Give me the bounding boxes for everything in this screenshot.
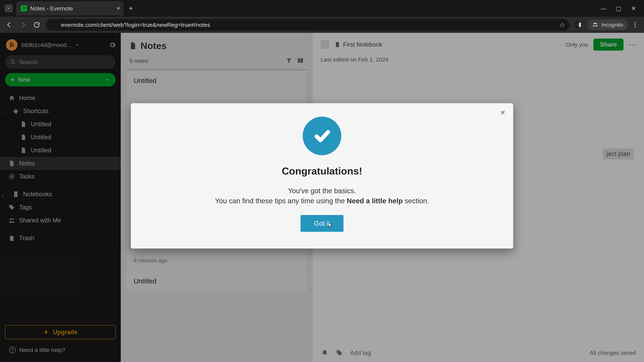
incognito-label: Incognito: [602, 22, 623, 28]
browser-tabstrip: Notes - Evernote — ▢ ✕: [0, 0, 644, 17]
modal-overlay[interactable]: Congratulations! You've got the basics. …: [0, 33, 644, 362]
modal-line1: You've got the basics.: [288, 187, 356, 195]
incognito-icon: [592, 22, 598, 28]
arrow-left-icon: [6, 21, 13, 28]
back-button[interactable]: [3, 18, 16, 31]
url-text: evernote.com/client/web?login=true&newRe…: [61, 22, 210, 28]
modal-heading: Congratulations!: [282, 165, 362, 177]
congrats-modal: Congratulations! You've got the basics. …: [131, 103, 513, 249]
check-circle-icon: [303, 117, 341, 155]
svg-rect-1: [579, 23, 581, 27]
reload-icon: [33, 21, 40, 28]
side-panel-button[interactable]: [572, 19, 584, 31]
window-maximize-button[interactable]: ▢: [615, 5, 622, 12]
incognito-chip[interactable]: Incognito: [587, 19, 628, 30]
got-it-button[interactable]: Got it: [300, 215, 344, 232]
svg-point-3: [634, 24, 636, 25]
modal-line2: You can find these tips any time using t…: [215, 197, 429, 205]
new-tab-button[interactable]: [125, 3, 136, 14]
svg-point-4: [634, 26, 636, 27]
window-minimize-button[interactable]: —: [600, 5, 607, 12]
got-it-label: Got it: [314, 220, 330, 227]
browser-tab[interactable]: Notes - Evernote: [16, 1, 124, 15]
close-tab-button[interactable]: [116, 5, 122, 11]
evernote-favicon-icon: [21, 5, 27, 11]
site-info-button[interactable]: [50, 21, 57, 28]
arrow-right-icon: [19, 21, 27, 28]
browser-menu-button[interactable]: [629, 19, 641, 31]
tab-title: Notes - Evernote: [30, 5, 73, 12]
chevron-down-icon: [6, 6, 11, 10]
modal-message: You've got the basics. You can find thes…: [215, 187, 429, 205]
window-close-button[interactable]: ✕: [630, 5, 637, 12]
bookmark-button[interactable]: [559, 21, 566, 28]
browser-toolbar: evernote.com/client/web?login=true&newRe…: [0, 17, 644, 33]
panel-right-icon: [575, 21, 582, 28]
svg-point-2: [634, 22, 636, 23]
tab-search-button[interactable]: [5, 4, 13, 12]
address-bar[interactable]: evernote.com/client/web?login=true&newRe…: [46, 19, 570, 31]
tune-icon: [50, 22, 56, 28]
reload-button[interactable]: [30, 18, 43, 31]
modal-close-button[interactable]: [499, 109, 506, 116]
forward-button[interactable]: [17, 18, 29, 31]
kebab-icon: [632, 21, 638, 28]
